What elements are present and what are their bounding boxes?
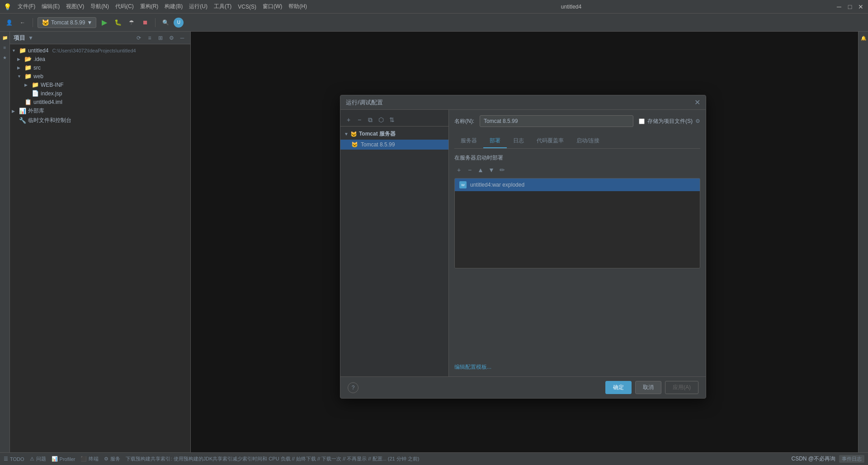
project-panel-title: 项目: [14, 34, 25, 42]
save-file-row: 存储为项目文件(S) ⚙: [639, 117, 700, 125]
problems-button[interactable]: ⚠ 问题: [30, 456, 46, 462]
config-move-button[interactable]: ⬡: [377, 115, 386, 124]
tree-webinf[interactable]: ▶ 📁 WEB-INF: [10, 80, 190, 89]
minimize-button[interactable]: ─: [835, 3, 843, 10]
tree-external-libs[interactable]: ▶ 📊 外部库: [10, 106, 190, 116]
run-config-label: Tomcat 8.5.99: [51, 19, 85, 26]
menu-run[interactable]: 运行(U): [189, 3, 208, 10]
panel-hide-btn[interactable]: ─: [178, 33, 187, 42]
src-label: src: [33, 65, 41, 71]
terminal-button[interactable]: ⬛ 终端: [80, 456, 99, 462]
menu-view[interactable]: 视图(V): [66, 3, 84, 10]
panel-settings-btn[interactable]: ⚙: [167, 33, 176, 42]
dialog-footer: ? 确定 取消 应用(A): [340, 376, 706, 398]
deploy-item[interactable]: W untitled4:war exploded: [455, 178, 700, 191]
search-everywhere-button[interactable]: 🔍: [160, 17, 171, 28]
menu-refactor[interactable]: 重构(R): [140, 3, 159, 10]
menu-vcs[interactable]: VCS(S): [238, 4, 256, 10]
iml-file-icon: 📋: [24, 99, 32, 105]
web-arrow: ▼: [17, 74, 23, 79]
config-group-tomcat[interactable]: ▼ 🐱 Tomcat 服务器: [340, 128, 448, 140]
save-file-settings-icon[interactable]: ⚙: [695, 118, 700, 124]
deploy-edit-button[interactable]: ✏: [498, 165, 507, 174]
config-sort-button[interactable]: ⇅: [387, 115, 396, 124]
tree-root[interactable]: ▼ 📁 untitled4 C:\Users\34072\IdeaProject…: [10, 46, 190, 55]
tree-index-jsp[interactable]: 📄 index.jsp: [10, 89, 190, 98]
status-right: CSDN @不必再询 事件日志: [791, 455, 864, 463]
config-item-tomcat[interactable]: 🐱 Tomcat 8.5.99: [340, 140, 448, 150]
deploy-down-button[interactable]: ▼: [487, 165, 496, 174]
services-button[interactable]: ⚙ 服务: [104, 456, 120, 462]
profile-btn[interactable]: 👤: [4, 17, 14, 28]
back-btn[interactable]: ←: [17, 17, 28, 28]
template-link[interactable]: 编辑配置模板...: [454, 360, 700, 371]
content-area: 运行/调试配置 ✕ + − ⧉ ⬡ ⇅ ▼ 🐱: [191, 32, 858, 452]
ok-button[interactable]: 确定: [605, 381, 632, 394]
web-folder-icon: 📁: [24, 73, 32, 80]
tree-src[interactable]: ▶ 📁 src: [10, 63, 190, 72]
deploy-remove-button[interactable]: −: [465, 165, 474, 174]
tree-scratches[interactable]: 🔧 临时文件和控制台: [10, 116, 190, 125]
structure-icon[interactable]: ≡: [1, 43, 9, 52]
config-add-button[interactable]: +: [344, 115, 353, 124]
tab-deploy[interactable]: 部署: [483, 134, 507, 148]
jsp-file-icon: 📄: [32, 90, 39, 97]
dialog-close-button[interactable]: ✕: [694, 98, 700, 107]
menu-code[interactable]: 代码(C): [115, 3, 134, 10]
tree-iml[interactable]: 📋 untitled4.iml: [10, 98, 190, 106]
dialog-help-button[interactable]: ?: [348, 382, 359, 393]
run-button[interactable]: ▶: [99, 17, 110, 28]
menu-edit[interactable]: 编辑(E): [42, 3, 60, 10]
project-icon[interactable]: 📁: [1, 33, 9, 42]
todo-button[interactable]: ☰ TODO: [4, 456, 24, 462]
run-config-dialog: 运行/调试配置 ✕ + − ⧉ ⬡ ⇅ ▼ 🐱: [340, 95, 706, 399]
menu-window[interactable]: 窗口(W): [263, 3, 282, 10]
src-folder-icon: 📁: [24, 64, 32, 71]
avatar-button[interactable]: U: [174, 18, 184, 28]
panel-expand-btn[interactable]: ⊞: [156, 33, 165, 42]
panel-collapse-btn[interactable]: ≡: [145, 33, 154, 42]
bookmark-icon[interactable]: ★: [1, 53, 9, 61]
debug-button[interactable]: 🐛: [113, 17, 123, 28]
ext-arrow: ▶: [12, 109, 17, 113]
notifications-button[interactable]: 🔔: [860, 33, 867, 42]
csdn-label: CSDN @不必再询: [791, 455, 835, 463]
event-log-button[interactable]: 事件日志: [839, 455, 864, 463]
apply-button[interactable]: 应用(A): [665, 381, 698, 394]
menu-tools[interactable]: 工具(T): [214, 3, 231, 10]
tab-logs[interactable]: 日志: [507, 134, 530, 148]
menu-navigate[interactable]: 导航(N): [90, 3, 109, 10]
tree-idea[interactable]: ▶ 📂 .idea: [10, 55, 190, 63]
menu-build[interactable]: 构建(B): [165, 3, 183, 10]
todo-icon: ☰: [4, 456, 8, 462]
project-panel-header: 项目 ▼ ⟳ ≡ ⊞ ⚙ ─: [10, 32, 190, 44]
tab-coverage[interactable]: 代码覆盖率: [530, 134, 570, 148]
menu-file[interactable]: 文件(F): [18, 3, 35, 10]
panel-dropdown-icon[interactable]: ▼: [28, 35, 33, 41]
stop-button[interactable]: ⏹: [140, 17, 151, 28]
deploy-up-button[interactable]: ▲: [476, 165, 485, 174]
name-input[interactable]: [480, 115, 633, 127]
save-file-checkbox[interactable]: [639, 118, 645, 124]
tab-server[interactable]: 服务器: [454, 134, 483, 148]
run-config-selector[interactable]: 🐱 Tomcat 8.5.99 ▼: [38, 17, 96, 28]
scratch-icon: 🔧: [19, 117, 26, 124]
profiler-button[interactable]: 📊 Profiler: [52, 456, 75, 462]
section-title: 在服务器启动时部署: [454, 154, 700, 162]
coverage-button[interactable]: ☂: [126, 17, 137, 28]
config-remove-button[interactable]: −: [355, 115, 364, 124]
config-copy-button[interactable]: ⧉: [366, 115, 375, 124]
idea-folder-icon: 📂: [24, 56, 32, 62]
maximize-button[interactable]: □: [846, 3, 854, 10]
panel-sync-btn[interactable]: ⟳: [134, 33, 143, 42]
menu-help[interactable]: 帮助(H): [288, 3, 307, 10]
close-button[interactable]: ✕: [857, 3, 864, 10]
tree-web[interactable]: ▼ 📁 web: [10, 72, 190, 80]
deploy-add-button[interactable]: +: [454, 165, 463, 174]
project-panel: 项目 ▼ ⟳ ≡ ⊞ ⚙ ─ ▼ 📁 untitled4 C:\Users\34…: [10, 32, 191, 452]
ext-label: 外部库: [28, 107, 44, 115]
toolbar-separator-2: [155, 18, 156, 27]
cancel-button[interactable]: 取消: [635, 381, 661, 394]
deploy-item-icon: W: [459, 181, 467, 188]
tab-startup[interactable]: 启动/连接: [570, 134, 606, 148]
